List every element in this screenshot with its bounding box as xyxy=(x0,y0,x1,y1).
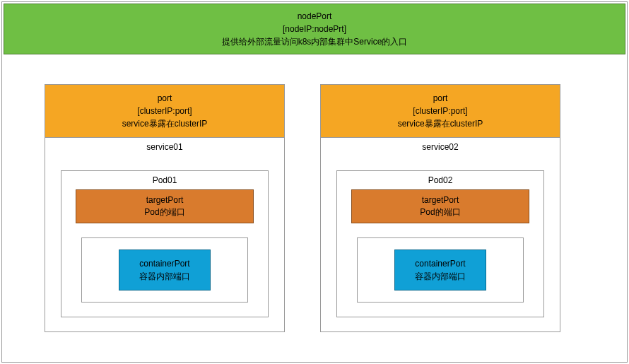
containerport-desc: 容器内部端口 xyxy=(129,270,200,283)
port-title: port xyxy=(321,92,560,105)
service-box-02: port [clusterIP:port] service暴露在clusterI… xyxy=(320,84,560,332)
pod-name-02: Pod02 xyxy=(337,171,543,189)
pod-area-01: Pod01 targetPort Pod的端口 containerPort 容器… xyxy=(45,156,284,331)
containerport-title: containerPort xyxy=(405,257,476,270)
containerport-box-01: containerPort 容器内部端口 xyxy=(119,249,211,290)
service-box-01: port [clusterIP:port] service暴露在clusterI… xyxy=(45,84,285,332)
targetport-desc: Pod的端口 xyxy=(352,206,529,218)
containerport-box-02: containerPort 容器内部端口 xyxy=(394,249,486,290)
pod-box-02: Pod02 targetPort Pod的端口 containerPort 容器… xyxy=(336,170,544,317)
port-desc: service暴露在clusterIP xyxy=(321,117,560,130)
service-name-02: service02 xyxy=(321,138,560,156)
targetport-desc: Pod的端口 xyxy=(76,206,253,218)
targetport-box-02: targetPort Pod的端口 xyxy=(351,189,529,223)
container-area-01: containerPort 容器内部端口 xyxy=(81,237,248,303)
pod-box-01: Pod01 targetPort Pod的端口 containerPort 容器… xyxy=(61,170,269,317)
nodeport-addr: [nodeIP:nodePrt] xyxy=(4,23,625,35)
port-addr: [clusterIP:port] xyxy=(45,105,284,117)
targetport-box-01: targetPort Pod的端口 xyxy=(76,189,254,223)
services-row: port [clusterIP:port] service暴露在clusterI… xyxy=(2,56,627,339)
targetport-title: targetPort xyxy=(76,194,253,206)
nodeport-title: nodePort xyxy=(4,10,625,23)
port-desc: service暴露在clusterIP xyxy=(45,117,284,130)
port-box-01: port [clusterIP:port] service暴露在clusterI… xyxy=(45,85,284,138)
pod-name-01: Pod01 xyxy=(61,171,268,189)
diagram-outer: nodePort [nodeIP:nodePrt] 提供给外部流量访问k8s内部… xyxy=(1,1,628,363)
nodeport-box: nodePort [nodeIP:nodePrt] 提供给外部流量访问k8s内部… xyxy=(4,4,625,54)
nodeport-desc: 提供给外部流量访问k8s内部集群中Service的入口 xyxy=(4,35,625,48)
port-addr: [clusterIP:port] xyxy=(321,105,560,117)
port-title: port xyxy=(45,92,284,105)
container-area-02: containerPort 容器内部端口 xyxy=(357,237,524,303)
containerport-desc: 容器内部端口 xyxy=(405,270,476,283)
port-box-02: port [clusterIP:port] service暴露在clusterI… xyxy=(321,85,560,138)
targetport-title: targetPort xyxy=(352,194,529,206)
service-name-01: service01 xyxy=(45,138,284,156)
containerport-title: containerPort xyxy=(129,257,200,270)
pod-area-02: Pod02 targetPort Pod的端口 containerPort 容器… xyxy=(321,156,560,331)
